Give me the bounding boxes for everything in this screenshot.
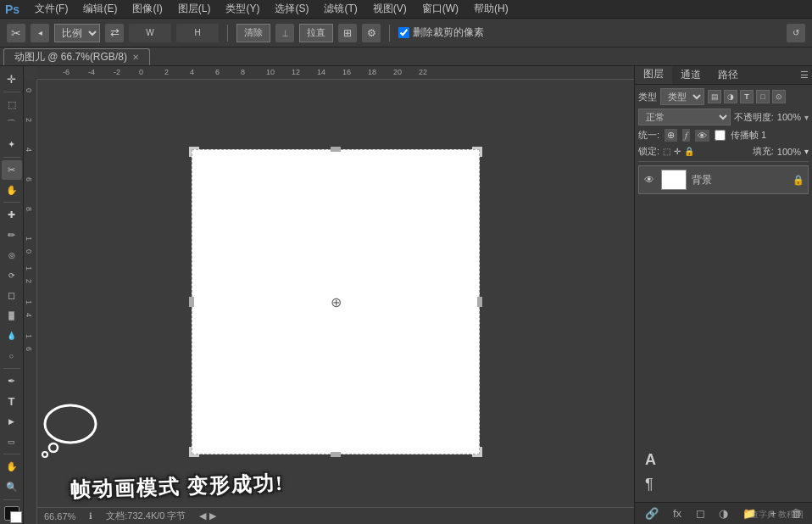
doc-info: 文档:732.4K/0 字节 [106, 510, 186, 522]
opacity-value[interactable]: 100% [777, 112, 801, 122]
crop-tool[interactable]: ✂ [2, 160, 22, 180]
statusbar-nav[interactable]: ◀ ▶ [199, 510, 215, 521]
delete-crop-checkbox[interactable] [398, 27, 409, 38]
fx-btn[interactable]: fx [670, 505, 685, 521]
blend-mode-select[interactable]: 正常 [638, 109, 731, 125]
unify-style-icon[interactable]: 𝑓 [682, 129, 690, 142]
unify-pos-icon[interactable]: ⊕ [665, 129, 677, 142]
tab-close-icon[interactable]: ✕ [132, 53, 139, 62]
document-canvas[interactable]: ⊕ [192, 149, 480, 454]
tool-sep-1 [3, 92, 20, 92]
straighten-icon[interactable]: ⟂ [275, 24, 294, 42]
tab-channels[interactable]: 通道 [672, 66, 709, 84]
watermark: 查字典 教程网 [750, 509, 804, 521]
grid-icon[interactable]: ⊞ [338, 24, 357, 42]
tab-document[interactable]: 动图儿 @ 66.7%(RGB/8) ✕ [3, 48, 150, 65]
layer-eye-icon[interactable]: 👁 [642, 173, 656, 187]
menu-layer[interactable]: 图层(L) [171, 0, 218, 18]
move-tool[interactable]: ✛ [2, 70, 22, 89]
opacity-label: 不透明度: [734, 111, 774, 124]
straighten-button[interactable]: 拉直 [299, 24, 333, 42]
menu-edit[interactable]: 编辑(E) [76, 0, 124, 18]
menu-window[interactable]: 窗口(W) [415, 0, 465, 18]
adjustment-btn[interactable]: ◑ [715, 505, 731, 521]
tool-mode-arrow[interactable]: ◂ [31, 24, 49, 42]
tab-document-label: 动图儿 @ 66.7%(RGB/8) [14, 50, 127, 64]
menu-file[interactable]: 文件(F) [28, 0, 75, 18]
menu-view[interactable]: 视图(V) [366, 0, 414, 18]
mask-btn[interactable]: ◻ [692, 505, 709, 521]
filter-shape-icon[interactable]: □ [756, 90, 770, 103]
brush-tool[interactable]: ✏ [2, 226, 22, 245]
menu-image[interactable]: 图像(I) [125, 0, 169, 18]
height-input[interactable]: H [176, 24, 219, 42]
marquee-tool[interactable]: ⬚ [2, 95, 22, 114]
pen-tool[interactable]: ✒ [2, 371, 22, 391]
tools-panel: ✛ ⬚ ⌒ ✦ ✂ ✋ ✚ ✏ ◎ ⟳ ◻ ▓ 💧 ○ ✒ T ▶ ▭ ✋ 🔍 [0, 66, 24, 524]
reset-icon[interactable]: ↺ [787, 24, 805, 42]
crop-mode-select[interactable]: 比例 [54, 24, 100, 42]
lock-position-icon[interactable]: ✛ [674, 147, 681, 156]
opacity-container: 不透明度: 100% ▾ [734, 111, 809, 124]
lock-all-icon[interactable]: 🔒 [684, 147, 694, 156]
filter-type-icon[interactable]: T [740, 90, 754, 103]
fill-value[interactable]: 100% [777, 147, 801, 157]
layer-item-background[interactable]: 👁 背景 🔒 [638, 165, 809, 194]
healing-tool[interactable]: ✚ [2, 205, 22, 225]
lasso-tool[interactable]: ⌒ [2, 114, 22, 134]
blur-tool[interactable]: 💧 [2, 326, 22, 346]
fill-row: 填充: 100% ▾ [753, 145, 809, 158]
clone-tool[interactable]: ◎ [2, 246, 22, 265]
filter-pixel-icon[interactable]: ▤ [708, 90, 721, 103]
zoom-level: 66.67% [44, 511, 75, 521]
layer-name[interactable]: 背景 [692, 173, 787, 187]
tab-paths[interactable]: 路径 [709, 66, 747, 84]
options-toolbar: ✂ ◂ 比例 ⇄ W H 清除 ⟂ 拉直 ⊞ ⚙ 删除裁剪的像素 ↺ [0, 19, 812, 47]
panel-menu-icon[interactable]: ☰ [800, 70, 809, 81]
gradient-tool[interactable]: ▓ [2, 306, 22, 326]
clear-button[interactable]: 清除 [236, 24, 270, 42]
tool-sep-3 [3, 202, 20, 203]
separator-1 [227, 25, 228, 42]
ruler-horizontal: -6 -4 -2 0 2 4 6 8 10 12 14 16 18 20 22 [37, 66, 634, 80]
tab-layers[interactable]: 图层 [635, 66, 672, 84]
filter-smart-icon[interactable]: ⊙ [772, 90, 786, 103]
tool-sep-5 [3, 454, 20, 454]
zoom-tool[interactable]: 🔍 [2, 477, 22, 497]
menu-help[interactable]: 帮助(H) [467, 0, 515, 18]
shape-tool[interactable]: ▭ [2, 432, 22, 452]
width-input[interactable]: W [129, 24, 171, 42]
layers-list: 👁 背景 🔒 [638, 165, 809, 446]
lock-row: 锁定: ⬚ ✛ 🔒 填充: 100% ▾ [638, 145, 809, 162]
link-layers-btn[interactable]: 🔗 [642, 505, 662, 521]
opacity-arrow[interactable]: ▾ [804, 113, 809, 122]
unify-vis-icon[interactable]: 👁 [695, 130, 709, 142]
paragraph-icon[interactable]: ¶ [642, 472, 805, 497]
delete-crop-checkbox-label[interactable]: 删除裁剪的像素 [398, 25, 484, 40]
eraser-tool[interactable]: ◻ [2, 286, 22, 305]
dodge-tool[interactable]: ○ [2, 347, 22, 366]
menu-filter[interactable]: 滤镜(T) [317, 0, 364, 18]
filter-adj-icon[interactable]: ◑ [724, 90, 737, 103]
canvas-area: -6 -4 -2 0 2 4 6 8 10 12 14 16 18 20 22 … [24, 66, 634, 524]
foreground-color[interactable] [4, 506, 19, 521]
canvas-container: ⊕ [192, 149, 480, 454]
lock-pixels-icon[interactable]: ⬚ [663, 147, 670, 156]
swap-icon[interactable]: ⇄ [105, 24, 124, 42]
panel-extra-tools: A ¶ [638, 446, 809, 499]
wand-tool[interactable]: ✦ [2, 135, 22, 154]
type-icon[interactable]: A [642, 448, 805, 472]
menu-type[interactable]: 类型(Y) [219, 0, 266, 18]
ps-logo: Ps [5, 3, 19, 16]
propagate-checkbox[interactable] [715, 130, 726, 141]
type-tool[interactable]: T [2, 392, 22, 411]
path-select-tool[interactable]: ▶ [2, 412, 22, 432]
hand-tool[interactable]: ✋ [2, 457, 22, 477]
history-brush-tool[interactable]: ⟳ [2, 266, 22, 286]
menu-select[interactable]: 选择(S) [268, 0, 315, 18]
eyedropper-tool[interactable]: ✋ [2, 181, 22, 200]
crop-tool-icon[interactable]: ✂ [7, 24, 25, 42]
settings-icon[interactable]: ⚙ [362, 24, 381, 42]
fill-arrow[interactable]: ▾ [804, 147, 809, 156]
filter-type-select[interactable]: 类型 [660, 88, 704, 105]
